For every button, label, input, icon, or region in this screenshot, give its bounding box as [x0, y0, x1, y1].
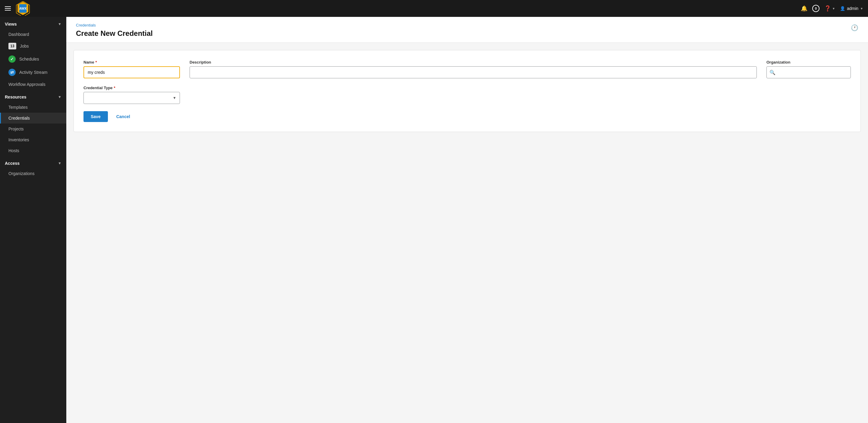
sidebar-item-workflow-approvals[interactable]: Workflow Approvals	[0, 79, 66, 90]
history-icon[interactable]: 🕐	[851, 24, 858, 31]
page-header: Credentials Create New Credential 🕐	[66, 17, 868, 43]
form-row-2: Credential Type * ▼	[84, 86, 851, 104]
organization-label: Organization	[767, 60, 851, 64]
schedules-badge: ✓	[8, 56, 16, 63]
sidebar-item-activity-stream[interactable]: ⇄ Activity Stream	[0, 66, 66, 79]
name-input[interactable]	[84, 66, 180, 78]
user-icon: 👤	[840, 6, 845, 11]
breadcrumb[interactable]: Credentials	[76, 23, 153, 27]
organization-input[interactable]	[767, 66, 851, 78]
sidebar-item-templates[interactable]: Templates	[0, 102, 66, 113]
svg-text:AWX: AWX	[19, 7, 27, 10]
sidebar-section-resources[interactable]: Resources ▼	[0, 90, 66, 102]
sidebar-item-schedules[interactable]: ✓ Schedules	[0, 53, 66, 66]
sidebar-item-label: Activity Stream	[19, 70, 47, 75]
sidebar-item-label: Templates	[8, 105, 28, 110]
topnav: AWX 🔔 0 ❓ ▼ 👤 admin ▼	[0, 0, 868, 17]
sidebar-item-projects[interactable]: Projects	[0, 124, 66, 134]
sidebar-item-hosts[interactable]: Hosts	[0, 145, 66, 156]
form-actions: Save Cancel	[84, 111, 851, 122]
name-required-star: *	[95, 60, 97, 64]
user-label: admin	[847, 6, 858, 11]
sidebar-section-views[interactable]: Views ▼	[0, 17, 66, 29]
resources-chevron-icon: ▼	[58, 95, 61, 99]
app-logo: AWX	[16, 1, 30, 16]
notifications-bell-icon[interactable]: 🔔	[801, 5, 807, 12]
description-label: Description	[190, 60, 757, 64]
sidebar-item-organizations[interactable]: Organizations	[0, 168, 66, 179]
description-input[interactable]	[190, 66, 757, 78]
access-chevron-icon: ▼	[58, 161, 61, 165]
sidebar-item-inventories[interactable]: Inventories	[0, 134, 66, 145]
page-title: Create New Credential	[76, 29, 153, 38]
awx-logo-svg: AWX	[16, 1, 30, 16]
sidebar-access-label: Access	[5, 161, 20, 166]
organization-field-container: Organization 🔍	[767, 60, 851, 78]
hamburger-button[interactable]	[5, 6, 11, 10]
credential-type-select-wrap: ▼	[84, 92, 180, 104]
activity-badge: ⇄	[8, 69, 16, 76]
sidebar-item-label: Workflow Approvals	[8, 82, 45, 87]
cancel-button[interactable]: Cancel	[113, 112, 134, 122]
form-row-1: Name * Description Organization	[84, 60, 851, 78]
sidebar-item-label: Credentials	[8, 116, 30, 121]
help-button[interactable]: ❓ ▼	[824, 5, 835, 12]
main-content: Credentials Create New Credential 🕐 Name…	[66, 17, 868, 423]
organization-search-icon: 🔍	[770, 70, 775, 75]
sidebar-item-label: Jobs	[20, 44, 29, 48]
credential-type-select[interactable]	[84, 92, 180, 104]
sidebar-views-label: Views	[5, 22, 17, 27]
sidebar-item-label: Hosts	[8, 148, 19, 153]
topnav-right: 🔔 0 ❓ ▼ 👤 admin ▼	[801, 5, 863, 12]
credential-type-field-container: Credential Type * ▼	[84, 86, 180, 104]
sidebar-section-access[interactable]: Access ▼	[0, 156, 66, 168]
sidebar-item-label: Schedules	[19, 57, 39, 61]
credential-form: Name * Description Organization	[73, 50, 861, 132]
sidebar-item-label: Organizations	[8, 171, 34, 176]
views-chevron-icon: ▼	[58, 22, 61, 26]
help-chevron-icon: ▼	[832, 7, 835, 10]
jobs-badge: 13	[8, 43, 16, 50]
main-layout: Views ▼ Dashboard 13 Jobs ✓ Schedules ⇄ …	[0, 17, 868, 423]
sidebar-item-jobs[interactable]: 13 Jobs	[0, 40, 66, 53]
sidebar-item-label: Inventories	[8, 137, 29, 142]
sidebar-item-label: Dashboard	[8, 32, 29, 37]
description-field-container: Description	[190, 60, 757, 78]
name-field-container: Name *	[84, 60, 180, 78]
notification-count-badge: 0	[812, 5, 819, 12]
sidebar-item-label: Projects	[8, 127, 24, 131]
save-button[interactable]: Save	[84, 111, 108, 122]
organization-input-wrap: 🔍	[767, 66, 851, 78]
sidebar-item-credentials[interactable]: Credentials	[0, 113, 66, 124]
sidebar-item-dashboard[interactable]: Dashboard	[0, 29, 66, 40]
header-left: Credentials Create New Credential	[76, 23, 153, 38]
sidebar-resources-label: Resources	[5, 95, 27, 99]
user-menu-button[interactable]: 👤 admin ▼	[840, 6, 863, 11]
help-circle-icon: ❓	[824, 5, 831, 12]
credential-type-label: Credential Type *	[84, 86, 180, 90]
user-chevron-icon: ▼	[860, 7, 863, 10]
name-label: Name *	[84, 60, 180, 64]
credential-type-required-star: *	[114, 86, 116, 90]
sidebar: Views ▼ Dashboard 13 Jobs ✓ Schedules ⇄ …	[0, 17, 66, 423]
